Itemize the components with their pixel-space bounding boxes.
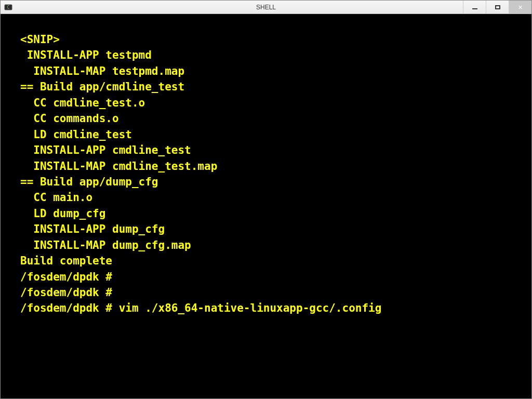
maximize-icon — [495, 5, 500, 9]
window-title: SHELL — [1, 4, 531, 11]
minimize-button[interactable] — [463, 1, 486, 14]
window-controls: × — [463, 1, 531, 14]
minimize-icon — [472, 8, 477, 9]
application-window: C SHELL × <SNIP> INSTALL-APP testpmd INS… — [0, 0, 532, 399]
close-icon: × — [518, 4, 522, 11]
close-button[interactable]: × — [509, 1, 531, 14]
terminal-output[interactable]: <SNIP> INSTALL-APP testpmd INSTALL-MAP t… — [1, 14, 531, 398]
app-icon: C — [4, 3, 13, 12]
titlebar[interactable]: C SHELL × — [1, 1, 531, 14]
svg-text:C: C — [7, 5, 10, 10]
maximize-button[interactable] — [486, 1, 509, 14]
